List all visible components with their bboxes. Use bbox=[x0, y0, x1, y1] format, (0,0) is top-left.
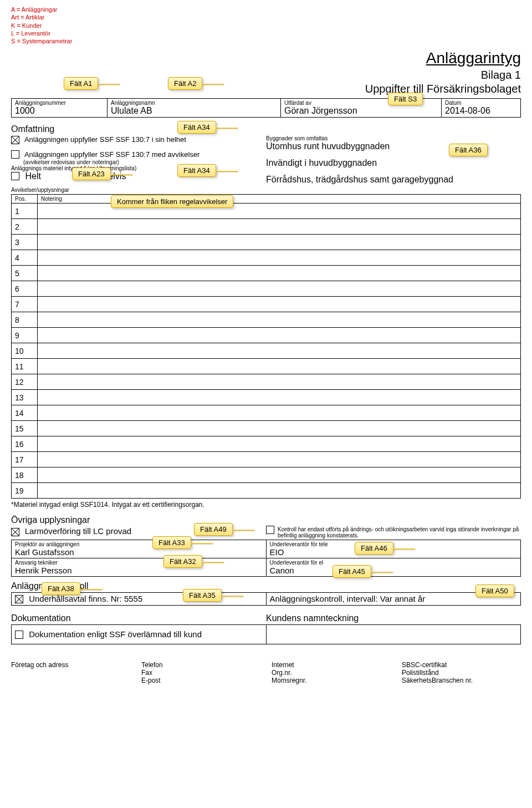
table-cell bbox=[38, 436, 521, 452]
label-ssf-dev: Anläggningen uppfyller SSF SSF 130:7 med… bbox=[24, 150, 200, 159]
annotation-a34b: Fält A34 bbox=[177, 164, 216, 177]
table-row: 5 bbox=[12, 266, 38, 281]
checkbox-dok[interactable] bbox=[15, 631, 23, 639]
table-cell bbox=[38, 405, 521, 421]
checkbox-avtal[interactable] bbox=[15, 595, 23, 603]
table-cell bbox=[38, 219, 521, 235]
col-not: Notering bbox=[38, 195, 521, 204]
byggnader-label: Byggnader som omfattas bbox=[266, 135, 521, 141]
table-row: 16 bbox=[12, 436, 38, 452]
annotation-a23: Fält A23 bbox=[72, 167, 111, 180]
proj-label: Projektör av anläggningen bbox=[15, 541, 263, 547]
label-avtal: Underhållsavtal finns. Nr: 5555 bbox=[29, 594, 142, 603]
annotation-a1: Fält A1 bbox=[64, 77, 98, 90]
label-materiel: Anläggnings materiel intygad * (se Utrus… bbox=[11, 165, 266, 171]
annotation-a36: Fält A36 bbox=[449, 144, 488, 156]
checkbox-ssf-dev[interactable] bbox=[11, 150, 19, 159]
hdr-name: Ululate AB bbox=[111, 106, 277, 116]
legend-line: K = Kunder bbox=[11, 22, 521, 29]
table-row: 14 bbox=[12, 405, 38, 421]
el-label: Underleverantör för el bbox=[270, 560, 518, 566]
footer-polis: Polistillstånd bbox=[402, 669, 521, 677]
annotation-a45: Fält A45 bbox=[332, 565, 371, 578]
hdr-issuer: Göran Jörgensson bbox=[284, 106, 438, 116]
section-omfattning-title: Omfattning bbox=[11, 124, 521, 134]
table-row: 19 bbox=[12, 483, 38, 499]
footer-epost: E-post bbox=[141, 677, 260, 684]
byggnader-3: Förrådshus, trädgårdshus samt garagebygg… bbox=[266, 175, 521, 185]
table-row: 13 bbox=[12, 390, 38, 405]
table-row: 15 bbox=[12, 421, 38, 436]
legend-line: L = Leverantör bbox=[11, 29, 521, 37]
annotation-a33: Fält A33 bbox=[152, 536, 191, 549]
annotation-a35: Fält A35 bbox=[183, 589, 222, 602]
avvikelser-table: Pos. Notering 1 2 3 4 5 6 7 8 9 10 11 12… bbox=[11, 194, 521, 499]
section-ovrigt-title: Övriga upplysningar bbox=[11, 515, 521, 525]
table-row: 18 bbox=[12, 467, 38, 483]
annotation-a2: Fält A2 bbox=[168, 77, 202, 90]
label-ssf-dev-sub: (avvikelser redovisas under noteringar) bbox=[11, 159, 266, 165]
annotation-regel: Kommer från fliken regelavvikelser bbox=[111, 195, 233, 208]
checkbox-kontroll[interactable] bbox=[266, 526, 274, 534]
el-value: Canon bbox=[270, 566, 518, 575]
avvikelser-footnote: *Materiel intygad enligt SSF1014. Intyga… bbox=[11, 501, 521, 509]
table-row: 6 bbox=[12, 281, 38, 297]
legend-line: A = Anläggningar bbox=[11, 6, 521, 13]
col-pos: Pos. bbox=[12, 195, 38, 204]
footer-moms: Momsregnr. bbox=[272, 677, 391, 684]
label-ssf-full: Anläggningen uppfyller SSF SSF 130:7 i s… bbox=[24, 135, 186, 144]
table-cell bbox=[38, 328, 521, 343]
checkbox-ssf-full[interactable] bbox=[11, 136, 19, 144]
table-cell bbox=[38, 452, 521, 467]
table-cell bbox=[38, 250, 521, 266]
table-cell bbox=[38, 312, 521, 328]
dok-grid: Dokumentation enligt SSF överlämnad till… bbox=[11, 624, 521, 644]
legend-line: Art = Artiklar bbox=[11, 13, 521, 21]
table-row: 7 bbox=[12, 297, 38, 312]
footer: Företag och adress Telefon Fax E-post In… bbox=[11, 661, 521, 684]
hdr-name-label: Anläggningsnamn bbox=[111, 100, 277, 106]
table-cell bbox=[38, 281, 521, 297]
table-row: 1 bbox=[12, 204, 38, 219]
table-cell bbox=[38, 343, 521, 359]
legend-block: A = Anläggningar Art = Artiklar K = Kund… bbox=[11, 6, 521, 45]
label-helt: Helt bbox=[25, 171, 40, 181]
kontroll-grid: Underhållsavtal finns. Nr: 5555 Anläggni… bbox=[11, 592, 521, 606]
hdr-date: 2014-08-06 bbox=[445, 106, 517, 116]
footer-tel: Telefon bbox=[141, 661, 260, 669]
annotation-s3: Fält S3 bbox=[388, 93, 423, 105]
table-cell bbox=[38, 421, 521, 436]
annotation-a50: Fält A50 bbox=[475, 585, 514, 597]
table-row: 2 bbox=[12, 219, 38, 235]
table-row: 12 bbox=[12, 374, 38, 390]
label-kontroll: Kontroll har endast utförts på ändrings-… bbox=[278, 526, 521, 538]
annotation-a34: Fält A34 bbox=[177, 121, 216, 134]
annotation-a32: Fält A32 bbox=[163, 555, 202, 568]
table-row: 4 bbox=[12, 250, 38, 266]
table-cell bbox=[38, 359, 521, 374]
table-cell bbox=[38, 235, 521, 250]
table-row: 3 bbox=[12, 235, 38, 250]
checkbox-larm[interactable] bbox=[11, 528, 19, 536]
footer-sbsc: SBSC-certifikat bbox=[402, 661, 521, 669]
byggnader-2: Invändigt i huvudbyggnaden bbox=[266, 158, 521, 168]
table-cell bbox=[38, 266, 521, 281]
table-row: 17 bbox=[12, 452, 38, 467]
label-dok: Dokumentation enligt SSF överlämnad till… bbox=[29, 629, 202, 639]
hdr-num: 1000 bbox=[15, 106, 104, 116]
hdr-num-label: Anläggningsnummer bbox=[15, 100, 104, 106]
footer-internet: Internet bbox=[272, 661, 391, 669]
ovrigt-grid: Projektör av anläggningen Karl Gustafsso… bbox=[11, 540, 521, 577]
hdr-date-label: Datum bbox=[445, 100, 517, 106]
page-title: Anläggarintyg bbox=[11, 49, 521, 67]
annotation-a38: Fält A38 bbox=[42, 582, 80, 595]
section-sign-title: Kundens namnteckning bbox=[266, 613, 521, 623]
label-larm: Larmöverföring till LC provad bbox=[25, 526, 132, 536]
legend-line: S = Systemparametrar bbox=[11, 37, 521, 45]
section-dok-title: Dokumentation bbox=[11, 613, 266, 623]
checkbox-helt[interactable] bbox=[11, 172, 19, 180]
table-cell bbox=[38, 374, 521, 390]
tele-label: Underleverantör för tele bbox=[270, 541, 518, 547]
tek-label: Ansvarig tekniker bbox=[15, 560, 263, 566]
table-row: 9 bbox=[12, 328, 38, 343]
